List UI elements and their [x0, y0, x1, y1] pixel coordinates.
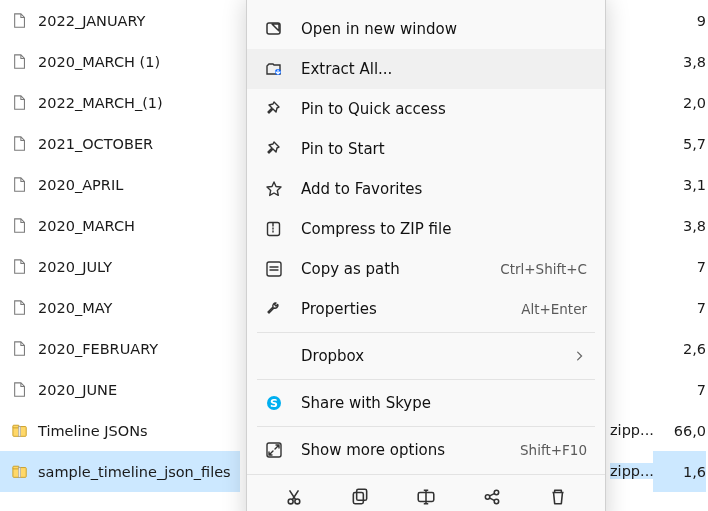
- file-row[interactable]: 2020_JUNE: [0, 369, 240, 410]
- menu-item-label: Extract All...: [301, 60, 587, 78]
- file-name: 2021_OCTOBER: [38, 136, 153, 152]
- zip-folder-icon: [12, 423, 28, 439]
- file-row[interactable]: 2020_MARCH: [0, 205, 240, 246]
- wrench-icon: [265, 300, 283, 318]
- menu-item-label: Properties: [301, 300, 503, 318]
- file-name: 2020_MAY: [38, 300, 112, 316]
- zip-icon: [265, 220, 283, 238]
- menu-item-skype[interactable]: Share with Skype: [247, 383, 605, 423]
- file-row[interactable]: 2022_JANUARY: [0, 0, 240, 41]
- menu-item-pin-start[interactable]: Pin to Start: [247, 129, 605, 169]
- file-size: 5,7: [653, 123, 706, 164]
- menu-item-label: Pin to Start: [301, 140, 587, 158]
- menu-item-label: Show more options: [301, 441, 502, 459]
- file-size: 9: [653, 0, 706, 41]
- context-menu: Open in new tabOpen in new windowExtract…: [246, 0, 606, 511]
- menu-separator: [257, 379, 595, 380]
- delete-icon[interactable]: [545, 484, 571, 510]
- menu-item-open-new-tab[interactable]: Open in new tab: [247, 0, 605, 9]
- file-name: Timeline JSONs: [38, 423, 148, 439]
- menu-item-label: Pin to Quick access: [301, 100, 587, 118]
- menu-item-show-more[interactable]: Show more optionsShift+F10: [247, 430, 605, 470]
- file-size: 3,8: [653, 41, 706, 82]
- cut-icon[interactable]: [281, 484, 307, 510]
- star-icon: [265, 180, 283, 198]
- file-size: 7: [653, 287, 706, 328]
- size-column: 93,82,05,73,13,8772,6766,01,6: [653, 0, 708, 492]
- rename-icon[interactable]: [413, 484, 439, 510]
- menu-item-compress-zip[interactable]: Compress to ZIP file: [247, 209, 605, 249]
- chevron-right-icon: [573, 349, 587, 363]
- document-icon: [12, 54, 28, 70]
- document-icon: [12, 382, 28, 398]
- file-size: 2,0: [653, 82, 706, 123]
- file-name: 2020_MARCH: [38, 218, 135, 234]
- file-type-fragment: zipp...: [610, 463, 654, 479]
- file-size: 66,0: [653, 410, 706, 451]
- file-name: 2020_JULY: [38, 259, 112, 275]
- file-name: 2020_JUNE: [38, 382, 117, 398]
- file-list: 2022_JANUARY2020_MARCH (1)2022_MARCH_(1)…: [0, 0, 240, 492]
- file-row[interactable]: 2020_APRIL: [0, 164, 240, 205]
- menu-item-label: Copy as path: [301, 260, 482, 278]
- file-name: sample_timeline_json_files: [38, 464, 231, 480]
- document-icon: [12, 136, 28, 152]
- menu-item-properties[interactable]: PropertiesAlt+Enter: [247, 289, 605, 329]
- menu-item-favorites[interactable]: Add to Favorites: [247, 169, 605, 209]
- share-icon[interactable]: [479, 484, 505, 510]
- pin-icon: [265, 100, 283, 118]
- file-row[interactable]: 2021_OCTOBER: [0, 123, 240, 164]
- menu-item-pin-quick[interactable]: Pin to Quick access: [247, 89, 605, 129]
- file-name: 2022_MARCH_(1): [38, 95, 163, 111]
- document-icon: [12, 341, 28, 357]
- pin-icon: [265, 140, 283, 158]
- menu-item-label: Add to Favorites: [301, 180, 587, 198]
- menu-item-label: Open in new window: [301, 20, 587, 38]
- file-row[interactable]: 2020_JULY: [0, 246, 240, 287]
- file-name: 2022_JANUARY: [38, 13, 145, 29]
- file-size: 3,8: [653, 205, 706, 246]
- zip-folder-icon: [12, 464, 28, 480]
- file-name: 2020_MARCH (1): [38, 54, 160, 70]
- document-icon: [12, 177, 28, 193]
- blank-icon: [265, 347, 283, 365]
- file-row[interactable]: 2022_MARCH_(1): [0, 82, 240, 123]
- menu-shortcut: Alt+Enter: [521, 301, 587, 317]
- skype-icon: [265, 394, 283, 412]
- copy-path-icon: [265, 260, 283, 278]
- file-row[interactable]: 2020_MARCH (1): [0, 41, 240, 82]
- menu-separator: [257, 332, 595, 333]
- menu-separator: [257, 426, 595, 427]
- file-row[interactable]: sample_timeline_json_files: [0, 451, 240, 492]
- file-row[interactable]: 2020_MAY: [0, 287, 240, 328]
- file-size: 7: [653, 369, 706, 410]
- menu-item-label: Dropbox: [301, 347, 555, 365]
- extract-icon: [265, 60, 283, 78]
- menu-shortcut: Ctrl+Shift+C: [500, 261, 587, 277]
- context-menu-icon-bar: [247, 474, 605, 511]
- file-name: 2020_APRIL: [38, 177, 123, 193]
- menu-item-dropbox[interactable]: Dropbox: [247, 336, 605, 376]
- menu-item-copy-path[interactable]: Copy as pathCtrl+Shift+C: [247, 249, 605, 289]
- menu-item-label: Compress to ZIP file: [301, 220, 587, 238]
- document-icon: [12, 13, 28, 29]
- menu-item-extract-all[interactable]: Extract All...: [247, 49, 605, 89]
- document-icon: [12, 300, 28, 316]
- document-icon: [12, 259, 28, 275]
- file-size: 3,1: [653, 164, 706, 205]
- file-size: 1,6: [653, 451, 706, 492]
- menu-item-open-new-window[interactable]: Open in new window: [247, 9, 605, 49]
- new-window-icon: [265, 20, 283, 38]
- file-type-fragment: zipp...: [610, 422, 654, 438]
- document-icon: [12, 95, 28, 111]
- file-name: 2020_FEBRUARY: [38, 341, 158, 357]
- menu-item-label: Share with Skype: [301, 394, 587, 412]
- file-row[interactable]: Timeline JSONs: [0, 410, 240, 451]
- expand-icon: [265, 441, 283, 459]
- menu-shortcut: Shift+F10: [520, 442, 587, 458]
- file-size: 7: [653, 246, 706, 287]
- file-size: 2,6: [653, 328, 706, 369]
- file-row[interactable]: 2020_FEBRUARY: [0, 328, 240, 369]
- document-icon: [12, 218, 28, 234]
- copy-icon[interactable]: [347, 484, 373, 510]
